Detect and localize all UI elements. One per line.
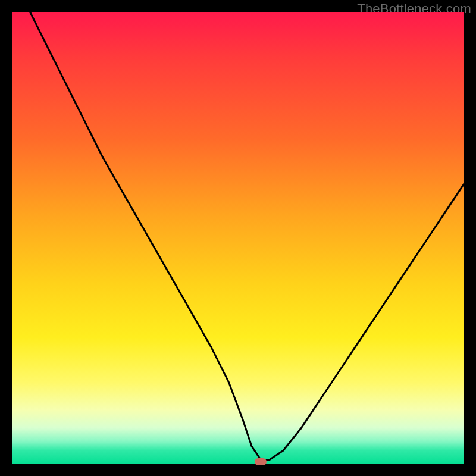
plot-area [12,12,464,464]
chart-frame: TheBottleneck.com [0,0,476,476]
bottleneck-curve [12,12,464,464]
curve-path [30,12,464,459]
optimal-marker [255,458,267,465]
